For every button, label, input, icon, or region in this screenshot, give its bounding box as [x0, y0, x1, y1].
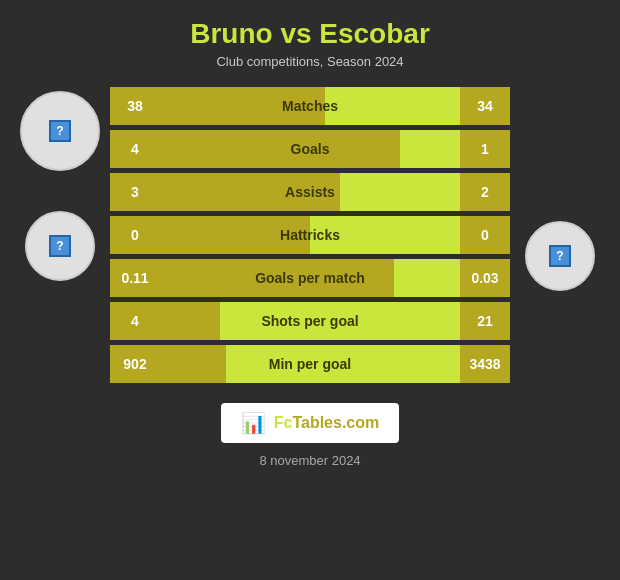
stat-right-value: 0	[460, 216, 510, 254]
stat-right-value: 34	[460, 87, 510, 125]
stat-fill	[160, 130, 400, 168]
stat-row: 3 Assists 2	[110, 173, 510, 211]
stat-right-value: 0.03	[460, 259, 510, 297]
stat-left-value: 38	[110, 87, 160, 125]
stat-fill	[160, 345, 226, 383]
stat-left-value: 0	[110, 216, 160, 254]
stat-right-value: 21	[460, 302, 510, 340]
stat-bar: Min per goal	[160, 345, 460, 383]
stat-left-value: 902	[110, 345, 160, 383]
watermark-plain: Fc	[274, 414, 293, 431]
stat-left-value: 4	[110, 130, 160, 168]
watermark: 📊 FcTables.com	[221, 403, 400, 443]
stat-label: Shots per goal	[261, 313, 358, 329]
stat-fill	[160, 302, 220, 340]
stat-bar: Goals	[160, 130, 460, 168]
watermark-accent: Tables.com	[292, 414, 379, 431]
stat-right-value: 1	[460, 130, 510, 168]
stat-row: 902 Min per goal 3438	[110, 345, 510, 383]
stat-bar: Goals per match	[160, 259, 460, 297]
stat-label: Matches	[282, 98, 338, 114]
avatar-question-icon-2: ?	[49, 235, 71, 257]
stat-row: 4 Goals 1	[110, 130, 510, 168]
stat-left-value: 0.11	[110, 259, 160, 297]
page-title: Bruno vs Escobar	[190, 18, 430, 50]
avatar-left-bottom: ?	[25, 211, 95, 281]
stat-row: 38 Matches 34	[110, 87, 510, 125]
stat-label: Assists	[285, 184, 335, 200]
page-subtitle: Club competitions, Season 2024	[216, 54, 403, 69]
stat-row: 0 Hattricks 0	[110, 216, 510, 254]
right-avatars: ?	[510, 81, 610, 291]
watermark-text: FcTables.com	[274, 414, 380, 432]
stats-container: 38 Matches 34 4 Goals 1 3 Assists 2 0	[110, 81, 510, 389]
stat-right-value: 3438	[460, 345, 510, 383]
left-avatars: ? ?	[10, 81, 110, 281]
stat-row: 0.11 Goals per match 0.03	[110, 259, 510, 297]
avatar-right: ?	[525, 221, 595, 291]
stat-bar: Assists	[160, 173, 460, 211]
stat-label: Min per goal	[269, 356, 351, 372]
stat-label: Goals	[291, 141, 330, 157]
avatar-left-top: ?	[20, 91, 100, 171]
stat-label: Hattricks	[280, 227, 340, 243]
avatar-question-icon-3: ?	[549, 245, 571, 267]
stat-bar: Hattricks	[160, 216, 460, 254]
watermark-icon: 📊	[241, 411, 266, 435]
avatar-question-icon: ?	[49, 120, 71, 142]
stat-bar: Matches	[160, 87, 460, 125]
stat-row: 4 Shots per goal 21	[110, 302, 510, 340]
stat-left-value: 3	[110, 173, 160, 211]
stat-bar: Shots per goal	[160, 302, 460, 340]
footer-date: 8 november 2024	[259, 453, 360, 468]
stat-label: Goals per match	[255, 270, 365, 286]
stat-right-value: 2	[460, 173, 510, 211]
stat-left-value: 4	[110, 302, 160, 340]
